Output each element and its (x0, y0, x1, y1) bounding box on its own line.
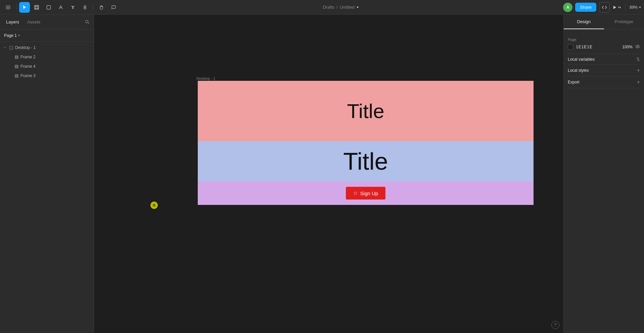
svg-rect-22 (15, 74, 18, 77)
help-button[interactable]: ? (551, 321, 559, 329)
main-area: Layers Assets Page 1 ▾ ▾ Desktop - 1 Fra… (0, 15, 644, 333)
export-section: Export + (568, 76, 640, 88)
local-variables-section: Local variables ⇅ (568, 54, 640, 65)
svg-rect-2 (6, 8, 10, 9)
expand-icon: ▾ (4, 46, 7, 49)
svg-line-10 (88, 23, 89, 24)
breadcrumb-sep: / (336, 5, 338, 10)
canvas-frame-label: Desktop - 1 (196, 76, 215, 80)
page-label: Page (568, 38, 640, 42)
svg-point-9 (85, 20, 88, 23)
svg-rect-0 (6, 6, 10, 6)
tab-prototype[interactable]: Prototype (604, 15, 644, 29)
tab-design[interactable]: Design (564, 15, 604, 29)
local-variables-icon[interactable]: ⇅ (636, 57, 640, 62)
tab-assets[interactable]: Assets (24, 18, 44, 26)
tab-layers[interactable]: Layers (3, 18, 22, 26)
zoom-control[interactable]: 89% (630, 5, 641, 10)
visibility-eye-icon[interactable] (635, 45, 640, 49)
toolbar: Drafts / Untitled A Share 89% (0, 0, 644, 15)
canvas[interactable]: Desktop - 1 Title Title ☆ Sign Up ? (94, 15, 563, 333)
svg-rect-1 (6, 7, 10, 8)
search-button[interactable] (83, 18, 91, 26)
breadcrumb-drafts[interactable]: Drafts (323, 5, 334, 10)
text-tool[interactable] (67, 2, 78, 13)
frame-section-blue[interactable]: Title (198, 141, 534, 181)
shapes-tool[interactable] (43, 2, 54, 13)
svg-rect-12 (15, 56, 18, 59)
frame3-icon (15, 74, 18, 78)
toolbar-right: A Share 89% (563, 2, 641, 13)
frame-section-pink[interactable]: Title (198, 81, 534, 141)
comment-tool[interactable] (108, 2, 119, 13)
panel-tabs: Layers Assets (0, 15, 94, 30)
share-button[interactable]: Share (575, 3, 596, 12)
hand-tool[interactable] (96, 2, 107, 13)
frame-blue-title: Title (343, 148, 388, 175)
page-opacity-value: 100% (622, 45, 633, 49)
layer-item-frame2[interactable]: Frame 2 (0, 52, 94, 62)
layer-item-frame4[interactable]: Frame 4 (0, 62, 94, 71)
svg-point-28 (637, 46, 638, 47)
frame-container: Title Title ☆ Sign Up (198, 81, 534, 205)
frame-pink-title: Title (347, 100, 384, 123)
right-panel-tabs: Design Prototype (564, 15, 644, 30)
left-panel: Layers Assets Page 1 ▾ ▾ Desktop - 1 Fra… (0, 15, 94, 333)
layer-item-desktop1[interactable]: ▾ Desktop - 1 (0, 43, 94, 52)
page-chevron-icon: ▾ (18, 34, 20, 37)
code-view-button[interactable] (599, 2, 610, 13)
toolbar-sep-1 (16, 4, 16, 11)
pen-tool[interactable] (55, 2, 66, 13)
frame4-icon (15, 65, 18, 68)
signup-star-icon: ☆ (353, 190, 358, 196)
page-color-swatch[interactable] (568, 44, 573, 50)
signup-label: Sign Up (360, 190, 378, 196)
local-styles-section: Local styles + (568, 65, 640, 76)
signup-button[interactable]: ☆ Sign Up (346, 187, 385, 200)
layers-list: ▾ Desktop - 1 Frame 2 Frame 4 Frame 3 (0, 42, 94, 333)
export-label: Export (568, 80, 580, 85)
toolbar-center: Drafts / Untitled (120, 5, 562, 10)
svg-rect-3 (35, 5, 39, 9)
svg-rect-11 (10, 46, 13, 49)
svg-rect-8 (47, 5, 51, 9)
toolbar-sep-2 (93, 4, 93, 11)
frame-section-purple[interactable]: ☆ Sign Up (198, 181, 534, 205)
toolbar-left (3, 2, 119, 13)
frame2-icon (15, 55, 18, 59)
frame-tool[interactable] (31, 2, 42, 13)
right-panel: Design Prototype Page 1E1E1E 100% Loca (563, 15, 644, 333)
breadcrumb-title[interactable]: Untitled (340, 5, 359, 10)
svg-point-27 (636, 45, 640, 48)
right-panel-content: Page 1E1E1E 100% Local variables ⇅ Loca (564, 30, 644, 333)
export-add-button[interactable]: + (637, 79, 640, 85)
local-variables-label: Local variables (568, 57, 595, 62)
layer-item-frame3[interactable]: Frame 3 (0, 71, 94, 80)
toolbar-sep-3 (625, 4, 626, 11)
local-styles-label: Local styles (568, 68, 589, 73)
page-color-row: 1E1E1E 100% (568, 44, 640, 50)
select-tool[interactable] (19, 2, 30, 13)
local-styles-add-button[interactable]: + (637, 67, 640, 73)
cursor-indicator (150, 202, 158, 209)
avatar: A (563, 3, 572, 12)
svg-rect-17 (15, 65, 18, 68)
page-color-value: 1E1E1E (576, 45, 593, 49)
components-tool[interactable] (80, 2, 90, 13)
page-selector[interactable]: Page 1 ▾ (0, 30, 94, 42)
breadcrumb: Drafts / Untitled (323, 5, 359, 10)
play-button[interactable] (612, 5, 621, 9)
desktop-frame-icon (9, 46, 13, 50)
page-section: Page 1E1E1E 100% (568, 34, 640, 54)
menu-button[interactable] (3, 2, 13, 13)
